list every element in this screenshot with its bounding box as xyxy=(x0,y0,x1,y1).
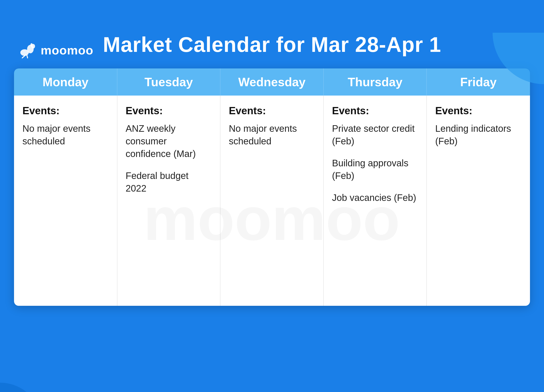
moomoo-logo-icon xyxy=(19,42,37,59)
calendar-container: Monday Tuesday Wednesday Thursday Friday… xyxy=(14,68,530,306)
friday-event-0: Lending indicators (Feb) xyxy=(435,122,521,147)
thursday-event-1: Building approvals (Feb) xyxy=(332,157,418,182)
thursday-event-0: Private sector credit (Feb) xyxy=(332,122,418,147)
tuesday-events-label: Events: xyxy=(126,105,212,117)
thursday-events-label: Events: xyxy=(332,105,418,117)
wednesday-events-label: Events: xyxy=(229,105,315,117)
deco-bottom-left xyxy=(0,383,42,392)
header-tuesday: Tuesday xyxy=(117,68,221,96)
svg-line-5 xyxy=(27,55,28,58)
header-thursday: Thursday xyxy=(324,68,427,96)
logo-area: moomoo xyxy=(19,42,94,59)
thursday-event-2: Job vacancies (Feb) xyxy=(332,191,418,204)
header-monday: Monday xyxy=(14,68,117,96)
day-friday: Events: Lending indicators (Feb) xyxy=(427,96,530,306)
monday-event-0: No major events scheduled xyxy=(23,122,109,147)
calendar-body: Events: No major events scheduled Events… xyxy=(14,96,530,306)
calendar-header: Monday Tuesday Wednesday Thursday Friday xyxy=(14,68,530,96)
friday-events-label: Events: xyxy=(435,105,521,117)
day-thursday: Events: Private sector credit (Feb) Buil… xyxy=(324,96,427,306)
svg-point-3 xyxy=(30,43,33,47)
tuesday-event-0: ANZ weekly consumer confidence (Mar) xyxy=(126,122,212,160)
tuesday-event-1: Federal budget 2022 xyxy=(126,169,212,195)
background: moomoo Market Calendar for Mar 28-Apr 1 … xyxy=(0,33,544,392)
header-wednesday: Wednesday xyxy=(220,68,324,96)
day-monday: Events: No major events scheduled xyxy=(14,96,117,306)
monday-events-label: Events: xyxy=(23,105,109,117)
logo-text: moomoo xyxy=(41,43,94,57)
day-tuesday: Events: ANZ weekly consumer confidence (… xyxy=(117,96,221,306)
wednesday-event-0: No major events scheduled xyxy=(229,122,315,147)
day-wednesday: Events: No major events scheduled xyxy=(220,96,324,306)
